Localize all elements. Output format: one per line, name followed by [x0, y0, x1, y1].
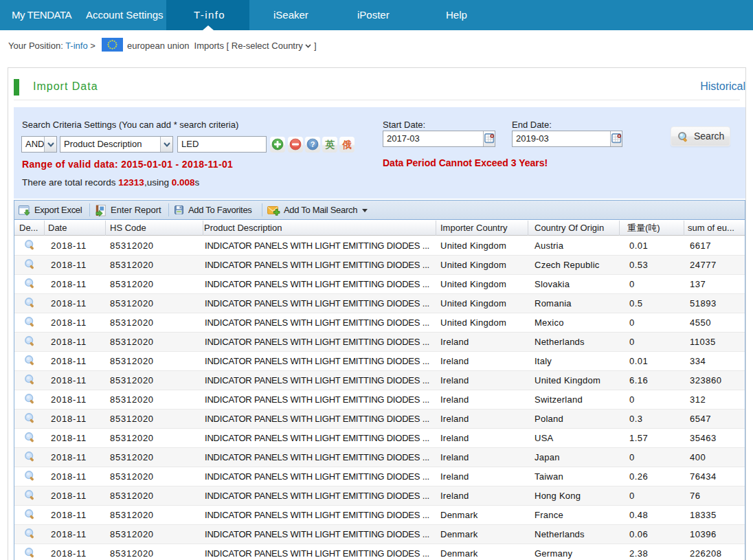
svg-text:?: ?: [311, 140, 315, 148]
